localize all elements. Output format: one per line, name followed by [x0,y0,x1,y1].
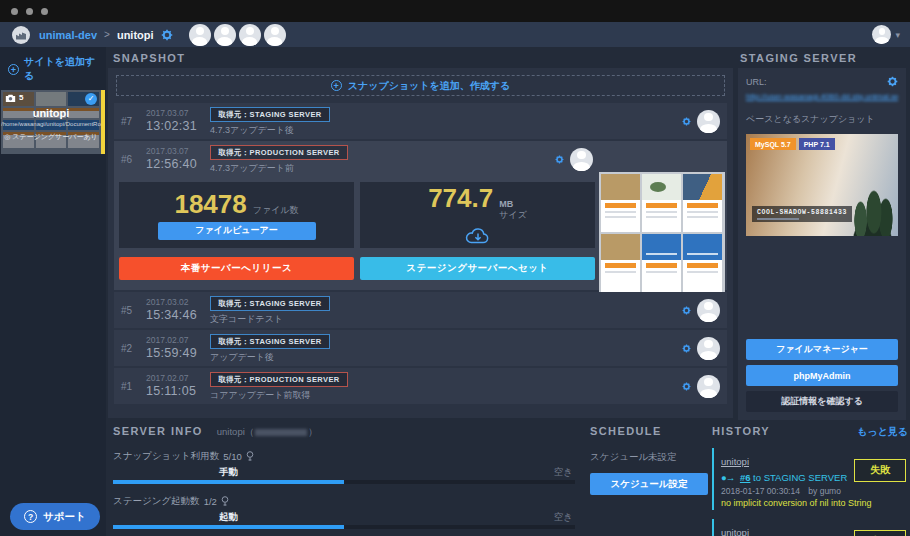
snapshot-panel: + スナップショットを追加、作成する #7 2017.03.07 13:02:3… [108,68,733,418]
staging-server-panel: URL: http://user-wasanagi-4060-dd.stg.un… [738,68,906,420]
snapshot-time: 15:11:05 [146,384,210,398]
bar-active-label: 手動 [219,466,238,479]
source-badge: 取得元：PRODUCTION SERVER [210,145,348,160]
snapshot-settings-gear-icon[interactable] [555,155,564,164]
base-snapshot-label: ベースとなるスナップショット [746,113,898,126]
site-name: unitopi [1,107,101,119]
plus-circle-icon: + [331,80,342,91]
file-count-card: 18478 ファイル数 ファイルビューアー [119,182,354,248]
snapshot-id: #5 [121,305,146,316]
snapshot-time: 15:59:49 [146,346,210,360]
snapshot-usage-metric: スナップショット利用数 5/10 [113,450,575,463]
schedule-section: SCHEDULE スケジュール未設定 スケジュール設定 [590,425,708,495]
team-member-avatars [189,24,286,46]
member-avatar[interactable] [239,24,261,46]
snapshot-description: 文字コードテスト [210,315,283,324]
snapshot-row[interactable]: #1 2017.02.07 15:11:05 取得元：PRODUCTION SE… [114,368,727,404]
plant-decoration [828,160,898,236]
phpmyadmin-button[interactable]: phpMyAdmin [746,365,898,386]
staging-server-photo: MySQL 5.7 PHP 7.1 COOL-SHADOW-58881433 [746,134,898,236]
support-label: サポート [43,510,86,524]
member-avatar[interactable] [189,24,211,46]
staging-url-link[interactable]: http://user-wasanagi-4060-dd.stg.unimal.… [746,92,898,101]
snapshot-settings-gear-icon[interactable] [682,306,691,315]
history-snapshot-link[interactable]: #6 [740,472,751,483]
breadcrumb-site[interactable]: unitopi [117,29,154,41]
snapshot-section-title: SNAPSHOT [113,52,185,64]
snapshot-date: 2017.03.07 [146,109,210,119]
snapshot-row[interactable]: #7 2017.03.07 13:02:31 取得元：STAGING SERVE… [114,103,727,139]
file-count-value: 18478 [174,191,246,217]
credentials-button[interactable]: 認証情報を確認する [746,391,898,412]
snapshot-settings-gear-icon[interactable] [682,117,691,126]
chevron-down-icon: ▾ [895,30,900,40]
site-path: /home/wasanagi/unitopi/DocumentRoot [1,121,101,127]
target-icon: ◎ [4,133,10,140]
release-to-production-button[interactable]: 本番サーバーへリリース [119,257,354,280]
snapshot-settings-gear-icon[interactable] [682,344,691,353]
snapshot-row[interactable]: #5 2017.03.02 15:34:46 取得元：STAGING SERVE… [114,292,727,328]
snapshot-time: 12:56:40 [146,157,210,171]
staging-server-section-title: STAGING SERVER [740,52,857,64]
snapshot-date: 2017.02.07 [146,374,210,384]
status-badge: 失敗 [854,530,906,536]
size-card: 774.7 MB サイズ [360,182,595,248]
plus-circle-icon: + [8,64,19,75]
hint-bulb-icon [246,451,254,462]
snapshot-description: 4.7.3アップデート前 [210,164,294,173]
set-to-staging-button[interactable]: ステージングサーバーへセット [360,257,595,280]
window-minimize-button[interactable] [26,8,33,15]
history-site-link[interactable]: unitopi [721,527,749,536]
member-avatar[interactable] [214,24,236,46]
history-author: by gumo [808,486,841,496]
app-navbar: unimal-dev > unitopi ▾ [0,22,910,47]
bar-active-label: 起動 [219,511,238,524]
deploy-arrow-icon: ●→ [721,472,734,483]
staging-available-note: ◎ ステージングサーバーあり [1,132,101,142]
snapshot-time: 15:34:46 [146,308,210,322]
snapshot-settings-gear-icon[interactable] [682,382,691,391]
history-entry: unitopi ●→ #7 to STAGING SERVER 2018-01-… [712,519,908,536]
history-more-link[interactable]: もっと見る [857,425,908,439]
history-timestamp: 2018-01-17 00:30:14 [721,486,800,496]
snapshot-owner-avatar [697,299,720,322]
source-badge: 取得元：STAGING SERVER [210,107,330,122]
snapshot-count: 5 [5,93,23,102]
account-menu[interactable]: ▾ [872,22,900,47]
staging-launch-bar [113,525,575,529]
snapshot-id: #6 [121,154,146,165]
snapshot-row[interactable]: #2 2017.02.07 15:59:49 取得元：STAGING SERVE… [114,330,727,366]
snapshot-usage-bar [113,480,575,484]
window-zoom-button[interactable] [41,8,48,15]
schedule-status: スケジュール未設定 [590,451,708,464]
history-section: HISTORY もっと見る unitopi ●→ #6 to STAGING S… [712,425,908,536]
breadcrumb-team[interactable]: unimal-dev [39,29,97,41]
hint-bulb-icon [221,496,229,507]
snapshot-owner-avatar [697,337,720,360]
site-settings-gear-icon[interactable] [161,29,173,41]
snapshot-owner-avatar [697,375,720,398]
staging-settings-gear-icon[interactable] [887,76,898,87]
snapshot-date: 2017.03.02 [146,298,210,308]
schedule-settings-button[interactable]: スケジュール設定 [590,473,708,495]
snapshot-date: 2017.02.07 [146,336,210,346]
snapshot-id: #1 [121,381,146,392]
add-site-button[interactable]: + サイトを追加する [8,55,102,83]
camera-icon [5,94,16,102]
mysql-version-badge: MySQL 5.7 [750,138,796,150]
cloud-download-icon[interactable] [465,225,491,245]
member-avatar[interactable] [264,24,286,46]
support-button[interactable]: ? サポート [10,503,100,530]
site-card-unitopi[interactable]: 5 ✓ unitopi /home/wasanagi/unitopi/Docum… [1,90,105,154]
url-label: URL: [746,77,767,87]
selected-check-icon: ✓ [85,93,97,105]
status-badge: 失敗 [854,459,906,482]
file-viewer-button[interactable]: ファイルビューアー [158,222,316,240]
window-titlebar [0,0,910,22]
source-badge: 取得元：PRODUCTION SERVER [210,372,348,387]
add-snapshot-button[interactable]: + スナップショットを追加、作成する [116,75,725,96]
history-site-link[interactable]: unitopi [721,456,749,467]
file-count-label: ファイル数 [253,204,299,217]
window-close-button[interactable] [11,8,18,15]
file-manager-button[interactable]: ファイルマネージャー [746,339,898,360]
